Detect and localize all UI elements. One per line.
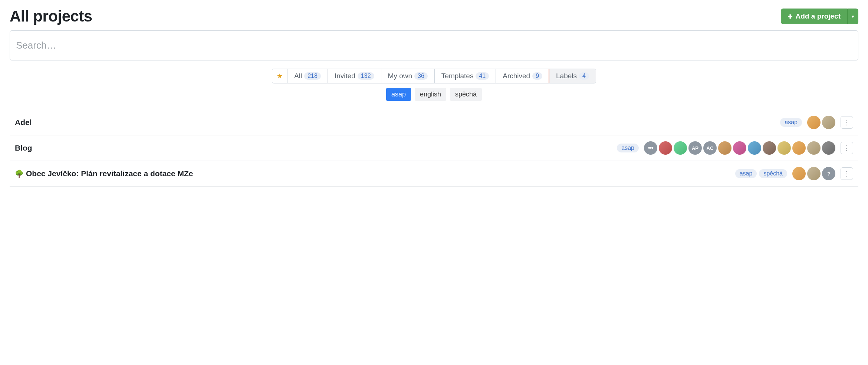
project-labels: asap — [780, 118, 802, 127]
avatar[interactable] — [659, 141, 672, 155]
filter-tab-count: 4 — [579, 72, 589, 80]
label-pill-english[interactable]: english — [415, 88, 446, 101]
filter-tab-label: My own — [388, 72, 412, 80]
filter-tab-label: Invited — [335, 72, 355, 80]
avatar[interactable] — [748, 141, 761, 155]
filter-tab-myown[interactable]: My own36 — [381, 69, 435, 83]
avatar[interactable] — [807, 167, 821, 180]
filter-tab-archived[interactable]: Archived9 — [496, 69, 549, 83]
filter-tab-count: 9 — [532, 72, 542, 80]
project-name: Blog — [15, 144, 32, 152]
avatar[interactable]: ? — [822, 167, 835, 180]
label-pills-row: asapenglishspěchá — [10, 88, 858, 101]
avatar[interactable] — [763, 141, 776, 155]
page-title: All projects — [10, 7, 92, 25]
filter-tab-invited[interactable]: Invited132 — [328, 69, 381, 83]
avatar[interactable] — [792, 141, 806, 155]
avatar[interactable] — [718, 141, 731, 155]
project-menu-button[interactable]: ⋮ — [841, 142, 853, 154]
add-project-label: Add a project — [796, 12, 841, 20]
project-right: asap•••APAC⋮ — [617, 141, 853, 155]
avatar[interactable] — [822, 141, 835, 155]
star-icon: ★ — [277, 72, 283, 80]
label-pill-asap[interactable]: asap — [386, 88, 411, 101]
add-project-button[interactable]: Add a project — [781, 9, 848, 24]
project-menu-button[interactable]: ⋮ — [841, 116, 853, 129]
avatar[interactable] — [792, 167, 806, 180]
project-menu-button[interactable]: ⋮ — [841, 167, 853, 180]
project-name-text: Blog — [15, 144, 32, 152]
project-name: 🌳Obec Jevíčko: Plán revitalizace a dotac… — [15, 169, 193, 178]
project-labels: asapspěchá — [735, 169, 787, 178]
filter-tabs: ★All218Invited132My own36Templates41Arch… — [272, 69, 596, 83]
project-name: Adel — [15, 118, 32, 127]
project-name-text: Obec Jevíčko: Plán revitalizace a dotace… — [26, 169, 193, 178]
search-container — [10, 30, 858, 60]
filter-tab-labels[interactable]: Labels4 — [549, 69, 596, 83]
project-name-text: Adel — [15, 118, 32, 127]
project-labels: asap — [617, 144, 639, 152]
avatar[interactable] — [822, 116, 835, 129]
filter-tab-star[interactable]: ★ — [272, 69, 287, 83]
filter-tab-count: 218 — [304, 72, 321, 80]
project-list: Adelasap⋮Blogasap•••APAC⋮🌳Obec Jevíčko: … — [10, 110, 858, 187]
project-right: asap⋮ — [780, 116, 853, 129]
label-pill-spěchá[interactable]: spěchá — [450, 88, 482, 101]
project-right: asapspěchá?⋮ — [735, 167, 853, 180]
plus-icon — [788, 12, 793, 20]
avatar[interactable] — [807, 141, 821, 155]
project-row[interactable]: Blogasap•••APAC⋮ — [10, 135, 858, 161]
filter-tab-templates[interactable]: Templates41 — [435, 69, 496, 83]
avatar[interactable] — [674, 141, 687, 155]
avatar[interactable] — [807, 116, 821, 129]
avatar[interactable] — [777, 141, 791, 155]
avatar[interactable]: AP — [688, 141, 702, 155]
caret-down-icon — [852, 14, 854, 19]
filter-tab-count: 41 — [476, 72, 489, 80]
avatar[interactable]: AC — [703, 141, 717, 155]
filter-tab-label: Labels — [556, 72, 577, 80]
filter-row: ★All218Invited132My own36Templates41Arch… — [10, 69, 858, 83]
avatars — [807, 116, 835, 129]
filter-tab-count: 132 — [358, 72, 374, 80]
project-label[interactable]: asap — [735, 169, 757, 178]
project-row[interactable]: 🌳Obec Jevíčko: Plán revitalizace a dotac… — [10, 161, 858, 187]
filter-tab-all[interactable]: All218 — [287, 69, 328, 83]
filter-tab-label: Archived — [503, 72, 530, 80]
add-project-dropdown[interactable] — [848, 9, 858, 24]
search-input[interactable] — [10, 31, 858, 60]
add-project-group: Add a project — [781, 9, 858, 24]
filter-tab-count: 36 — [414, 72, 428, 80]
filter-tab-label: All — [294, 72, 302, 80]
avatars: ? — [792, 167, 835, 180]
avatars: •••APAC — [644, 141, 835, 155]
project-label[interactable]: spěchá — [759, 169, 787, 178]
project-label[interactable]: asap — [617, 144, 639, 152]
filter-tab-label: Templates — [441, 72, 474, 80]
project-label[interactable]: asap — [780, 118, 802, 127]
avatar-more-icon[interactable]: ••• — [644, 141, 657, 155]
project-emoji-icon: 🌳 — [15, 170, 24, 178]
avatar[interactable] — [733, 141, 746, 155]
project-row[interactable]: Adelasap⋮ — [10, 110, 858, 135]
